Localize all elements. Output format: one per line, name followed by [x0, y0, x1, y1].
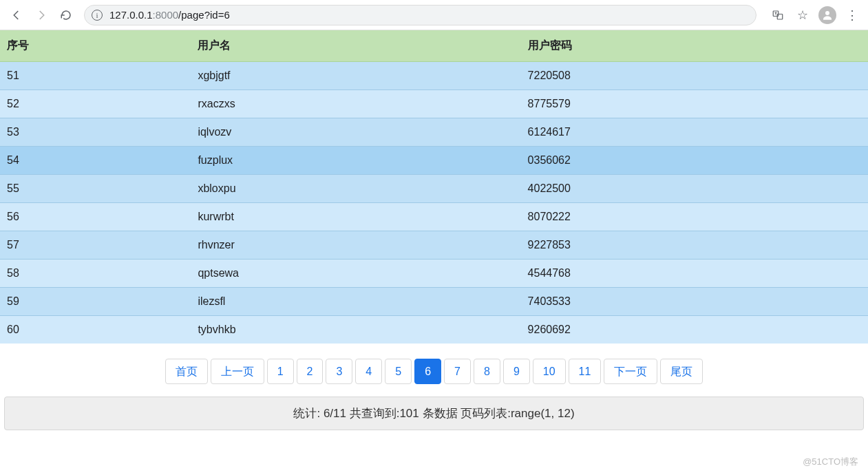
- cell-id: 53: [0, 118, 191, 147]
- cell-password: 6124617: [521, 118, 868, 147]
- page-next[interactable]: 下一页: [604, 359, 657, 384]
- users-table: 序号 用户名 用户密码 51xgbjgtf722050852rxaczxs877…: [0, 30, 868, 344]
- cell-password: 7403533: [521, 288, 868, 316]
- cell-id: 57: [0, 231, 191, 260]
- cell-username: kurwrbt: [191, 203, 520, 231]
- table-row[interactable]: 52rxaczxs8775579: [0, 90, 868, 118]
- stats-bar: 统计: 6/11 共查询到:101 条数据 页码列表:range(1, 12): [4, 397, 864, 430]
- cell-username: xbloxpu: [191, 175, 520, 203]
- cell-password: 8775579: [521, 90, 868, 118]
- url-port: :8000: [153, 9, 179, 21]
- cell-password: 4544768: [521, 260, 868, 288]
- url-path: /page?id=6: [178, 9, 230, 21]
- table-row[interactable]: 57rhvnzer9227853: [0, 231, 868, 260]
- cell-password: 8070222: [521, 203, 868, 231]
- cell-id: 52: [0, 90, 191, 118]
- table-row[interactable]: 53iqlvozv6124617: [0, 118, 868, 147]
- page-content: 序号 用户名 用户密码 51xgbjgtf722050852rxaczxs877…: [0, 30, 868, 430]
- cell-id: 59: [0, 288, 191, 316]
- cell-password: 7220508: [521, 62, 868, 90]
- cell-id: 60: [0, 316, 191, 344]
- column-header-id: 序号: [0, 30, 191, 62]
- cell-password: 4022500: [521, 175, 868, 203]
- page-4[interactable]: 4: [355, 359, 382, 384]
- table-row[interactable]: 51xgbjgtf7220508: [0, 62, 868, 90]
- table-header-row: 序号 用户名 用户密码: [0, 30, 868, 62]
- table-row[interactable]: 54fuzplux0356062: [0, 147, 868, 175]
- cell-username: qptsewa: [191, 260, 520, 288]
- table-row[interactable]: 56kurwrbt8070222: [0, 203, 868, 231]
- page-first[interactable]: 首页: [165, 359, 208, 384]
- toolbar-right: ☆ ⋮: [768, 5, 862, 25]
- column-header-password: 用户密码: [521, 30, 868, 62]
- cell-username: rhvnzer: [191, 231, 520, 260]
- cell-id: 58: [0, 260, 191, 288]
- cell-password: 9260692: [521, 316, 868, 344]
- forward-button[interactable]: [30, 4, 52, 26]
- site-info-icon[interactable]: i: [92, 10, 103, 21]
- column-header-username: 用户名: [191, 30, 520, 62]
- page-6[interactable]: 6: [414, 359, 441, 384]
- stats-text: 统计: 6/11 共查询到:101 条数据 页码列表:range(1, 12): [293, 407, 574, 420]
- url-host: 127.0.0.1: [109, 9, 153, 21]
- cell-id: 56: [0, 203, 191, 231]
- cell-id: 51: [0, 62, 191, 90]
- table-row[interactable]: 60tybvhkb9260692: [0, 316, 868, 344]
- cell-password: 9227853: [521, 231, 868, 260]
- page-2[interactable]: 2: [297, 359, 324, 384]
- page-7[interactable]: 7: [444, 359, 471, 384]
- browser-toolbar: i 127.0.0.1:8000/page?id=6 ☆ ⋮: [0, 0, 868, 30]
- bookmark-star-icon[interactable]: ☆: [792, 5, 813, 25]
- translate-icon[interactable]: [768, 5, 788, 25]
- cell-id: 54: [0, 147, 191, 175]
- page-11[interactable]: 11: [569, 359, 602, 384]
- page-prev[interactable]: 上一页: [211, 359, 264, 384]
- page-9[interactable]: 9: [503, 359, 530, 384]
- page-5[interactable]: 5: [385, 359, 412, 384]
- pagination: 首页上一页1234567891011下一页尾页: [0, 359, 868, 384]
- browser-menu-icon[interactable]: ⋮: [842, 5, 862, 25]
- cell-username: iqlvozv: [191, 118, 520, 147]
- table-row[interactable]: 55xbloxpu4022500: [0, 175, 868, 203]
- profile-avatar-icon[interactable]: [817, 5, 838, 25]
- cell-id: 55: [0, 175, 191, 203]
- table-row[interactable]: 59ilezsfl7403533: [0, 288, 868, 316]
- cell-password: 0356062: [521, 147, 868, 175]
- cell-username: rxaczxs: [191, 90, 520, 118]
- cell-username: tybvhkb: [191, 316, 520, 344]
- back-button[interactable]: [6, 4, 28, 26]
- table-row[interactable]: 58qptsewa4544768: [0, 260, 868, 288]
- page-8[interactable]: 8: [474, 359, 500, 384]
- address-bar[interactable]: i 127.0.0.1:8000/page?id=6: [84, 5, 756, 25]
- svg-point-2: [825, 11, 829, 15]
- reload-button[interactable]: [55, 4, 77, 26]
- cell-username: ilezsfl: [191, 288, 520, 316]
- cell-username: xgbjgtf: [191, 62, 520, 90]
- cell-username: fuzplux: [191, 147, 520, 175]
- page-last[interactable]: 尾页: [660, 359, 703, 384]
- page-10[interactable]: 10: [533, 359, 566, 384]
- watermark: @51CTO博客: [803, 456, 858, 468]
- page-3[interactable]: 3: [326, 359, 352, 384]
- page-1[interactable]: 1: [267, 359, 294, 384]
